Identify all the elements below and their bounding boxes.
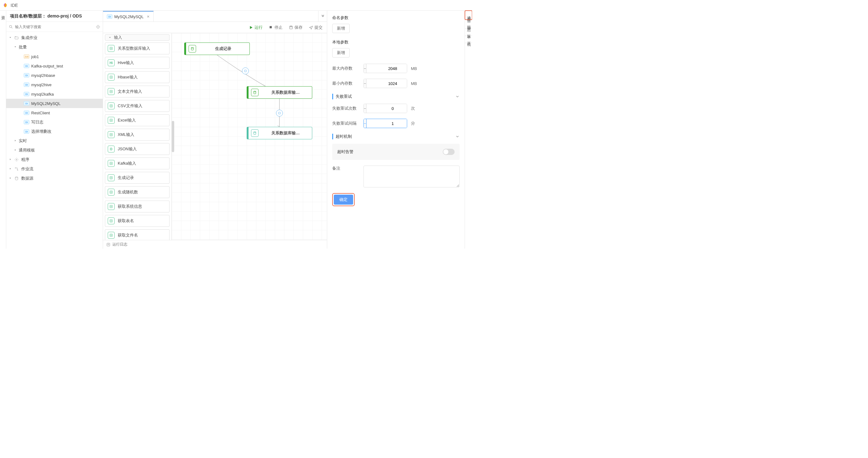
caret-right-icon xyxy=(9,167,12,171)
right-rail-tab[interactable]: 版本 xyxy=(465,29,472,36)
app-logo-icon xyxy=(2,2,8,8)
search-input[interactable] xyxy=(15,25,96,29)
svg-rect-15 xyxy=(290,26,292,27)
palette-item[interactable]: 关系型数据库输入 xyxy=(105,42,169,54)
caret-down-icon xyxy=(14,45,18,49)
min-mem-stepper[interactable]: − + xyxy=(364,79,407,88)
canvas-node[interactable]: 关系数据库输… xyxy=(247,127,312,139)
canvas-scrollbar[interactable] xyxy=(172,121,174,152)
palette-item-icon xyxy=(108,131,115,138)
palette-item[interactable]: CSV文件输入 xyxy=(105,100,169,112)
palette-group-input-header[interactable]: 输入 xyxy=(105,34,169,40)
connection-badge-icon[interactable] xyxy=(242,67,249,74)
minus-icon[interactable]: − xyxy=(364,119,367,128)
minus-icon[interactable]: − xyxy=(364,104,367,113)
fail-retry-interval-stepper[interactable]: − + xyxy=(364,119,407,128)
run-button[interactable]: 运行 xyxy=(249,25,262,30)
palette-item[interactable]: 获取文件名 xyxy=(105,229,169,240)
max-mem-stepper[interactable]: − + xyxy=(364,64,407,73)
node-label: 生成记录 xyxy=(199,46,247,52)
timeout-header[interactable]: 超时机制 xyxy=(332,134,460,139)
canvas-node[interactable]: 关系数据库输… xyxy=(247,86,312,99)
add-named-param-button[interactable]: 新增 xyxy=(332,24,350,33)
canvas-node[interactable]: 生成记录 xyxy=(184,42,250,55)
fail-retry-header[interactable]: 失败重试 xyxy=(332,94,460,99)
svg-rect-19 xyxy=(110,76,113,79)
palette-item-icon xyxy=(108,232,115,239)
palette-item[interactable]: HiHive输入 xyxy=(105,57,169,69)
svg-point-12 xyxy=(15,177,18,178)
svg-rect-56 xyxy=(279,112,280,114)
tree-item[interactable]: Di写日志 xyxy=(6,117,103,127)
minus-icon[interactable]: − xyxy=(364,64,367,73)
palette-item-label: 获取文件名 xyxy=(118,232,138,238)
toolbar: 运行 停止 保存 提交 xyxy=(103,22,327,33)
submit-button[interactable]: 提交 xyxy=(309,25,322,30)
tree-item[interactable]: 批量 xyxy=(6,42,103,52)
tree-item[interactable]: DiRestClient xyxy=(6,108,103,117)
tree-item[interactable]: 通用模板 xyxy=(6,146,103,155)
timeout-alarm-toggle[interactable] xyxy=(443,149,455,155)
tree-item[interactable]: DiMySQL2MySQL xyxy=(6,99,103,108)
sidebar-header: 项目名称/数据层： demo-proj / ODS xyxy=(6,10,103,22)
svg-rect-22 xyxy=(110,90,113,93)
right-rail-tab[interactable]: 草稿 xyxy=(465,36,472,43)
palette-item[interactable]: Kafka输入 xyxy=(105,158,169,169)
tree-item[interactable]: Jobjob1 xyxy=(6,52,103,61)
tree-item[interactable]: 数据源 xyxy=(6,174,103,183)
confirm-button[interactable]: 确定 xyxy=(334,195,353,205)
palette-item[interactable]: 生成记录 xyxy=(105,172,169,184)
save-button[interactable]: 保存 xyxy=(289,25,303,30)
connection-badge-icon[interactable] xyxy=(276,110,283,117)
svg-rect-46 xyxy=(110,220,113,222)
left-rail-label[interactable]: 资源 xyxy=(0,12,6,14)
palette-item[interactable]: XML输入 xyxy=(105,129,169,141)
node-label: 关系数据库输… xyxy=(262,90,309,95)
right-rail-tab[interactable]: 通用配置 xyxy=(465,10,472,20)
minus-icon[interactable]: − xyxy=(364,79,367,88)
palette-item[interactable]: Excel输入 xyxy=(105,114,169,126)
left-rail: 资源 xyxy=(0,10,6,249)
tree-item[interactable]: 实时 xyxy=(6,136,103,146)
palette-item[interactable]: 文本文件输入 xyxy=(105,86,169,97)
fail-retry-count-input[interactable] xyxy=(367,104,407,113)
fail-retry-count-stepper[interactable]: − + xyxy=(364,104,407,113)
remark-textarea[interactable] xyxy=(364,166,460,188)
palette-item[interactable]: 生成随机数 xyxy=(105,186,169,198)
svg-point-53 xyxy=(254,91,256,92)
stop-button[interactable]: 停止 xyxy=(269,25,283,30)
max-mem-input[interactable] xyxy=(367,64,407,73)
palette-item[interactable]: OJSON输入 xyxy=(105,143,169,155)
svg-point-2 xyxy=(96,25,99,28)
palette-item[interactable]: 获取表名 xyxy=(105,215,169,227)
palette-item-icon: Hi xyxy=(108,59,115,66)
close-icon[interactable]: ✕ xyxy=(147,15,150,19)
fail-retry-interval-input[interactable] xyxy=(367,119,407,128)
tree-item[interactable]: 程序 xyxy=(6,155,103,164)
tree-item[interactable]: Dimysql2kafka xyxy=(6,89,103,99)
add-local-param-button[interactable]: 新增 xyxy=(332,48,350,57)
tree-item[interactable]: 集成作业 xyxy=(6,33,103,42)
canvas[interactable]: 生成记录关系数据库输…关系数据库输… xyxy=(172,33,327,240)
tab-label: MySQL2MySQL xyxy=(114,15,144,19)
node-icon xyxy=(251,130,258,137)
di-badge-icon: Di xyxy=(24,120,29,124)
svg-rect-16 xyxy=(110,47,113,50)
svg-line-1 xyxy=(11,27,12,28)
sidebar: 项目名称/数据层： demo-proj / ODS 集成作业批量Jobjob1D… xyxy=(6,10,103,249)
locate-icon[interactable] xyxy=(96,25,100,29)
min-mem-input[interactable] xyxy=(367,79,407,88)
tree-item[interactable]: 作业流 xyxy=(6,164,103,174)
tree-item[interactable]: Dimysql2hive xyxy=(6,80,103,89)
right-rail-tab[interactable]: 指标日志 xyxy=(465,20,472,29)
tree-item[interactable]: Dimysql2hbase xyxy=(6,70,103,80)
tabs-overflow-button[interactable] xyxy=(318,11,327,22)
status-bar[interactable]: 运行日志 xyxy=(103,240,327,249)
tab-active[interactable]: Di MySQL2MySQL ✕ xyxy=(103,11,154,22)
palette-item[interactable]: Hbase输入 xyxy=(105,71,169,83)
tree-item[interactable]: Di选择增删改 xyxy=(6,127,103,136)
tree-item-label: mysql2hbase xyxy=(31,73,55,78)
palette-item[interactable]: 获取系统信息 xyxy=(105,201,169,212)
tree-item[interactable]: DiKafka-output_test xyxy=(6,61,103,70)
node-label: 关系数据库输… xyxy=(262,130,309,136)
